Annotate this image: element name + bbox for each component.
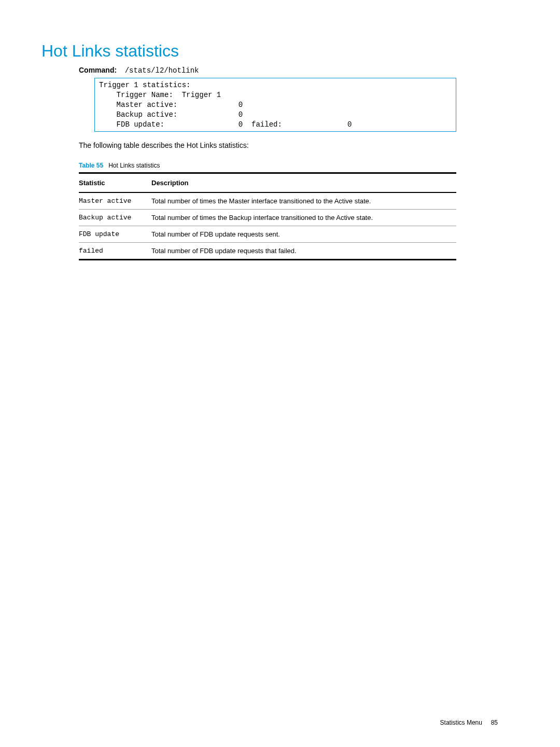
table-caption-text: Hot Links statistics (108, 162, 160, 169)
cell-description: Total number of times the Master interfa… (151, 192, 456, 210)
header-description: Description (151, 173, 456, 193)
table-caption-label: Table 55 (79, 162, 103, 169)
cell-description: Total number of times the Backup interfa… (151, 210, 456, 226)
table-header-row: Statistic Description (79, 173, 456, 193)
cell-statistic: Master active (79, 192, 151, 210)
footer-text: Statistics Menu (440, 719, 482, 726)
table-row: Backup active Total number of times the … (79, 210, 456, 226)
page-title: Hot Links statistics (41, 42, 519, 61)
table-row: FDB update Total number of FDB update re… (79, 226, 456, 243)
table-caption-spacer (105, 162, 106, 169)
footer-spacer (484, 719, 489, 726)
cell-description: Total number of FDB update requests sent… (151, 226, 456, 243)
cell-statistic: failed (79, 243, 151, 260)
command-spacer (119, 66, 123, 74)
footer: Statistics Menu 85 (440, 719, 498, 726)
table-caption: Table 55 Hot Links statistics (79, 162, 519, 169)
table-row: failed Total number of FDB update reques… (79, 243, 456, 260)
header-statistic: Statistic (79, 173, 151, 193)
stats-table: Statistic Description Master active Tota… (79, 172, 456, 260)
code-block: Trigger 1 statistics: Trigger Name: Trig… (94, 78, 456, 132)
cell-statistic: Backup active (79, 210, 151, 226)
table-row: Master active Total number of times the … (79, 192, 456, 210)
cell-statistic: FDB update (79, 226, 151, 243)
cell-description: Total number of FDB update requests that… (151, 243, 456, 260)
command-label: Command: (79, 66, 117, 74)
command-path: /stats/l2/hotlink (125, 66, 199, 75)
footer-page-number: 85 (491, 719, 498, 726)
description-text: The following table describes the Hot Li… (79, 141, 519, 149)
command-line: Command: /stats/l2/hotlink (79, 66, 519, 75)
